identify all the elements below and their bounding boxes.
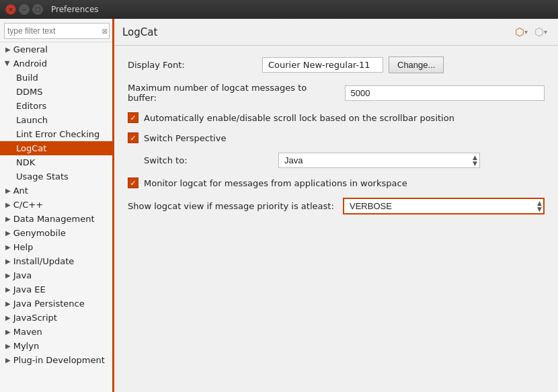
sidebar-item-ddms[interactable]: DDMS xyxy=(0,85,114,99)
arrow-icon-genymobile: ▶ xyxy=(5,229,11,237)
sidebar-item-lint-error-checking[interactable]: Lint Error Checking xyxy=(0,127,114,141)
switch-perspective-checkbox[interactable]: ✓ xyxy=(128,132,138,143)
auto-scroll-row: ✓ Automatically enable/disable scroll lo… xyxy=(128,112,545,123)
arrow-icon-java-persistence: ▶ xyxy=(5,300,11,307)
back-button[interactable]: ⬡ ▾ xyxy=(512,24,530,40)
sidebar-item-help[interactable]: ▶ Help xyxy=(0,240,114,254)
max-buffer-row: Maximum number of logcat messages to buf… xyxy=(128,83,545,103)
sidebar-item-ant[interactable]: ▶ Ant xyxy=(0,184,114,198)
switch-perspective-row: ✓ Switch Perspective xyxy=(128,132,545,143)
panel-header: LogCat ⬡ ▾ ⬡ ▾ xyxy=(114,19,558,46)
sidebar-item-maven[interactable]: ▶ Maven xyxy=(0,325,114,339)
sidebar-item-label-mylyn: Mylyn xyxy=(13,341,39,351)
monitor-logcat-row: ✓ Monitor logcat for messages from appli… xyxy=(128,178,545,188)
arrow-icon-javascript: ▶ xyxy=(5,314,11,321)
sidebar-item-ndk[interactable]: NDK xyxy=(0,155,114,169)
sidebar-item-label-editors: Editors xyxy=(16,101,46,111)
window-controls: × − □ xyxy=(5,4,43,15)
minimize-button[interactable]: − xyxy=(19,4,30,15)
max-buffer-label: Maximum number of logcat messages to buf… xyxy=(128,83,337,103)
checkmark-icon: ✓ xyxy=(130,114,136,122)
arrow-icon-help: ▶ xyxy=(5,243,11,251)
sidebar-item-data-management[interactable]: ▶ Data Management xyxy=(0,212,114,226)
sidebar-item-general[interactable]: ▶ General xyxy=(0,42,114,56)
arrow-icon-java-ee: ▶ xyxy=(5,286,11,293)
auto-scroll-label: Automatically enable/disable scroll lock… xyxy=(144,113,454,123)
sidebar-item-install-update[interactable]: ▶ Install/Update xyxy=(0,254,114,268)
sidebar-item-label-cpp: C/C++ xyxy=(13,200,43,210)
sidebar-item-build[interactable]: Build xyxy=(0,71,114,85)
sidebar-item-label-lint: Lint Error Checking xyxy=(16,129,99,139)
arrow-icon-android: ▶ xyxy=(4,61,11,67)
sidebar-item-javascript[interactable]: ▶ JavaScript xyxy=(0,311,114,325)
sidebar-item-label-ddms: DDMS xyxy=(16,87,43,97)
sidebar-item-label-data-management: Data Management xyxy=(13,214,95,224)
switch-to-select-wrapper: Java ▲ ▼ xyxy=(278,153,480,168)
panel-header-actions: ⬡ ▾ ⬡ ▾ xyxy=(512,24,550,40)
sidebar-item-java-ee[interactable]: ▶ Java EE xyxy=(0,282,114,297)
filter-clear-icon[interactable]: ⊠ xyxy=(102,28,108,35)
arrow-icon-mylyn: ▶ xyxy=(5,342,11,350)
filter-input-wrapper: ⊠ xyxy=(4,23,110,39)
title-bar: × − □ Preferences xyxy=(0,0,558,19)
switch-to-select[interactable]: Java xyxy=(278,153,480,168)
main-content: ⊠ ▶ General ▶ Android Build DDMS xyxy=(0,19,558,392)
max-buffer-input[interactable] xyxy=(345,85,545,101)
filter-box: ⊠ xyxy=(0,19,114,42)
switch-to-label: Switch to: xyxy=(144,155,278,165)
sidebar-item-label-usage-stats: Usage Stats xyxy=(16,171,69,182)
sidebar-item-label-android: Android xyxy=(13,58,47,69)
filter-input[interactable] xyxy=(4,23,110,39)
minimize-icon: − xyxy=(22,6,27,13)
show-logcat-label: Show logcat view if message priority is … xyxy=(128,201,335,211)
sidebar-item-label-build: Build xyxy=(16,73,38,83)
sidebar-item-label-java: Java xyxy=(13,270,32,280)
sidebar-tree: ▶ General ▶ Android Build DDMS Editors xyxy=(0,42,114,392)
sidebar-item-editors[interactable]: Editors xyxy=(0,99,114,113)
sidebar-item-mylyn[interactable]: ▶ Mylyn xyxy=(0,339,114,353)
display-font-row: Display Font: Courier New-regular-11 Cha… xyxy=(128,56,545,73)
arrow-icon-general: ▶ xyxy=(5,46,11,53)
sidebar-item-label-plugin-development: Plug-in Development xyxy=(13,355,105,365)
arrow-icon-data-management: ▶ xyxy=(5,215,11,223)
sidebar-item-logcat[interactable]: LogCat xyxy=(0,141,114,155)
switch-to-row: Switch to: Java ▲ ▼ xyxy=(144,153,545,168)
show-logcat-select[interactable]: VERBOSE xyxy=(343,198,545,214)
show-logcat-select-wrapper: VERBOSE ▲ ▼ xyxy=(343,198,545,214)
arrow-icon-maven: ▶ xyxy=(5,328,11,336)
sidebar-item-java[interactable]: ▶ Java xyxy=(0,268,114,282)
change-font-button[interactable]: Change... xyxy=(389,56,444,73)
forward-icon: ⬡ xyxy=(534,26,544,38)
sidebar-item-launch[interactable]: Launch xyxy=(0,113,114,127)
sidebar-item-label-general: General xyxy=(13,44,48,54)
checkmark-icon-3: ✓ xyxy=(130,179,136,188)
checkmark-icon-2: ✓ xyxy=(130,134,136,143)
switch-perspective-label: Switch Perspective xyxy=(144,133,226,143)
maximize-button[interactable]: □ xyxy=(32,4,43,15)
sidebar-divider xyxy=(112,19,114,392)
back-dropdown-arrow: ▾ xyxy=(524,28,528,36)
sidebar-item-cpp[interactable]: ▶ C/C++ xyxy=(0,198,114,212)
monitor-logcat-label: Monitor logcat for messages from applica… xyxy=(144,178,407,188)
auto-scroll-checkbox[interactable]: ✓ xyxy=(128,112,138,123)
sidebar-item-label-help: Help xyxy=(13,242,34,252)
sidebar-item-label-maven: Maven xyxy=(13,327,42,337)
sidebar-item-genymobile[interactable]: ▶ Genymobile xyxy=(0,226,114,240)
sidebar-item-label-install-update: Install/Update xyxy=(13,256,75,266)
display-font-value: Courier New-regular-11 xyxy=(262,57,383,73)
monitor-logcat-checkbox[interactable]: ✓ xyxy=(128,178,138,188)
sidebar-item-usage-stats[interactable]: Usage Stats xyxy=(0,169,114,184)
sidebar-item-java-persistence[interactable]: ▶ Java Persistence xyxy=(0,297,114,311)
arrow-icon-install-update: ▶ xyxy=(5,258,11,265)
sidebar-item-label-ant: Ant xyxy=(13,186,28,196)
arrow-icon-java: ▶ xyxy=(5,272,11,279)
arrow-icon-ant: ▶ xyxy=(5,187,11,194)
forward-button[interactable]: ⬡ ▾ xyxy=(532,24,550,40)
window-title: Preferences xyxy=(51,5,99,14)
sidebar-item-label-launch: Launch xyxy=(16,115,48,125)
close-icon: × xyxy=(8,6,13,13)
sidebar-item-label-java-ee: Java EE xyxy=(13,284,46,295)
sidebar-item-android[interactable]: ▶ Android xyxy=(0,56,114,71)
close-button[interactable]: × xyxy=(5,4,16,15)
sidebar-item-plugin-development[interactable]: ▶ Plug-in Development xyxy=(0,353,114,367)
